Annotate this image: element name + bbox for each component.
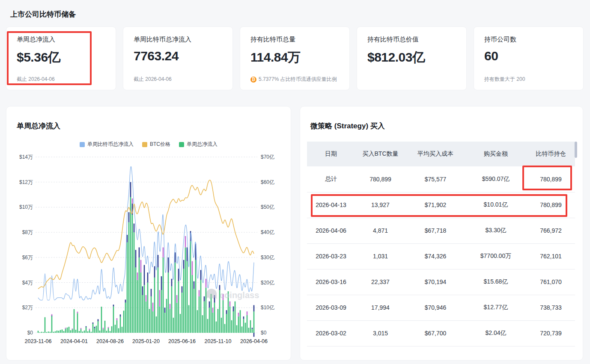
table-cell: 4,871 <box>355 218 406 243</box>
table-cell: 2026-04-06 <box>307 218 355 243</box>
card-weekly-net-inflow: 单周总净流入 $5.36亿 截止 2026-04-06 <box>6 27 116 90</box>
table-cell: $10.01亿 <box>465 192 527 218</box>
table-cell: $2.04亿 <box>465 320 527 346</box>
card-footnote: 截止 2026-04-06 <box>17 76 105 83</box>
column-header: 比特币持仓 <box>527 142 575 166</box>
table-row[interactable]: 2026-03-231,031$74,326$7700.00万762,101 <box>307 243 575 269</box>
table-cell: 766,972 <box>527 218 575 243</box>
svg-text:$14万: $14万 <box>19 154 33 160</box>
table-row[interactable]: 2026-03-0917,994$70,946$12.77亿738,733 <box>307 295 575 320</box>
table-cell: 762,101 <box>527 243 575 269</box>
card-label: 单周总净流入 <box>17 36 105 44</box>
svg-text:$50亿: $50亿 <box>261 204 274 210</box>
legend-swatch <box>142 142 147 147</box>
table-cell: 780,899 <box>355 166 406 192</box>
bitcoin-icon: ₿ <box>250 77 256 83</box>
table-cell: 3,015 <box>355 320 406 346</box>
table-row-total[interactable]: 总计780,899$75,577$590.07亿780,899 <box>307 166 575 192</box>
card-label: 持有比特币总量 <box>250 36 339 44</box>
page-title: 上市公司比特币储备 <box>10 9 76 19</box>
svg-text:$0: $0 <box>27 330 33 336</box>
table-cell: $3.30亿 <box>465 218 527 243</box>
table-cell: 2026-03-23 <box>307 243 355 269</box>
table-cell: 1,031 <box>355 243 406 269</box>
card-footnote: 持有数量大于 200 <box>484 76 573 83</box>
svg-text:$60亿: $60亿 <box>261 179 274 185</box>
table-cell: 17,994 <box>355 295 406 320</box>
svg-text:$30亿: $30亿 <box>261 255 274 260</box>
table-title: 微策略 (Strategy) 买入 <box>310 121 385 131</box>
table-row[interactable]: 2026-04-1313,927$71,902$10.01亿780,899 <box>307 192 575 218</box>
svg-text:2025-06-16: 2025-06-16 <box>168 338 196 344</box>
card-label: 持有比特币总价值 <box>367 36 456 44</box>
table-cell: 2026-03-09 <box>307 295 355 320</box>
card-company-count: 持币公司数 60 持有数量大于 200 <box>474 27 584 90</box>
table-cell: $15.68亿 <box>465 269 527 295</box>
svg-text:2025-11-10: 2025-11-10 <box>204 338 231 344</box>
svg-text:$10亿: $10亿 <box>261 305 274 311</box>
svg-text:$12万: $12万 <box>19 179 33 185</box>
card-label: 持币公司数 <box>484 36 573 44</box>
table-cell: 总计 <box>307 166 355 192</box>
svg-text:$8万: $8万 <box>22 229 33 235</box>
table-cell: $67,718 <box>406 218 465 243</box>
column-header: 买入BTC数量 <box>355 142 406 166</box>
table-cell: 738,733 <box>527 295 575 320</box>
table-cell: $12.77亿 <box>465 295 527 320</box>
legend-swatch <box>179 142 184 147</box>
stat-cards: 单周总净流入 $5.36亿 截止 2026-04-06 单周比特币总净流入 77… <box>6 27 584 90</box>
table-row[interactable]: 2026-03-023,015$67,700$2.04亿720,739 <box>307 320 575 346</box>
table-cell: 22,337 <box>355 269 406 295</box>
column-header: 购买金额 <box>465 142 527 166</box>
card-value: 60 <box>484 49 573 63</box>
legend-item-btc-net-inflow[interactable]: 单周比特币总净流入 <box>80 141 134 148</box>
legend-item-total-net-inflow[interactable]: 单周总净流入 <box>179 141 218 148</box>
column-header: 平均买入成本 <box>406 142 465 166</box>
table-cell: 2026-03-02 <box>307 320 355 346</box>
chart-title: 单周总净流入 <box>17 121 60 131</box>
chart-legend: 单周比特币总净流入 BTC价格 单周总净流入 <box>6 141 291 148</box>
svg-text:$20亿: $20亿 <box>261 280 274 286</box>
svg-text:2024-04-01: 2024-04-01 <box>60 338 88 344</box>
table-row[interactable]: 2026-04-064,871$67,718$3.30亿766,972 <box>307 218 575 243</box>
table-cell: 13,927 <box>355 192 406 218</box>
strategy-table-wrap: 日期买入BTC数量平均买入成本购买金额比特币持仓 总计780,899$75,57… <box>307 142 574 346</box>
svg-text:2025-01-20: 2025-01-20 <box>132 338 160 344</box>
legend-item-btc-price[interactable]: BTC价格 <box>142 141 170 148</box>
table-scrollbar-thumb[interactable] <box>575 142 577 158</box>
card-value: $812.03亿 <box>367 49 456 66</box>
table-cell: 2026-04-13 <box>307 192 355 218</box>
table-cell: 780,899 <box>527 166 575 192</box>
table-cell: $70,946 <box>406 295 465 320</box>
svg-text:$70亿: $70亿 <box>261 154 274 160</box>
svg-text:$2万: $2万 <box>22 305 33 311</box>
svg-text:$0: $0 <box>261 330 267 336</box>
svg-text:$40亿: $40亿 <box>261 229 274 235</box>
table-header: 日期买入BTC数量平均买入成本购买金额比特币持仓 <box>307 142 575 166</box>
table-cell: $7700.00万 <box>465 243 527 269</box>
column-header: 日期 <box>307 142 355 166</box>
card-value: 114.84万 <box>250 49 339 66</box>
table-row[interactable]: 2026-03-1622,337$70,194$15.68亿761,070 <box>307 269 575 295</box>
svg-text:2024-08-26: 2024-08-26 <box>96 338 124 344</box>
card-footnote: 截止 2026-04-06 <box>134 76 222 83</box>
svg-text:$6万: $6万 <box>22 255 33 260</box>
table-cell: 720,739 <box>527 320 575 346</box>
table-cell: $590.07亿 <box>465 166 527 192</box>
legend-swatch <box>80 142 85 147</box>
table-cell: $75,577 <box>406 166 465 192</box>
weekly-net-inflow-chart-panel: 单周总净流入 单周比特币总净流入 BTC价格 单周总净流入 $0$0$2万$10… <box>6 106 291 361</box>
card-total-btc-held: 持有比特币总量 114.84万 ₿ 5.7377% 占比特币流通供应量比例 <box>240 27 350 90</box>
table-cell: $71,902 <box>406 192 465 218</box>
table-cell: $74,326 <box>406 243 465 269</box>
table-cell: $70,194 <box>406 269 465 295</box>
table-cell: 780,899 <box>527 192 575 218</box>
card-weekly-btc-net-inflow: 单周比特币总净流入 7763.24 截止 2026-04-06 <box>123 27 233 90</box>
card-total-btc-value: 持有比特币总价值 $812.03亿 <box>357 27 467 90</box>
mixed-bar-line-chart[interactable]: $0$0$2万$10亿$4万$20亿$6万$30亿$8万$40亿$10万$50亿… <box>12 151 286 352</box>
svg-text:2026-04-06: 2026-04-06 <box>240 338 268 344</box>
strategy-purchases-panel: 微策略 (Strategy) 买入 日期买入BTC数量平均买入成本购买金额比特币… <box>300 106 583 361</box>
card-label: 单周比特币总净流入 <box>134 36 222 44</box>
svg-text:$4万: $4万 <box>22 280 33 286</box>
svg-text:$10万: $10万 <box>19 204 33 210</box>
